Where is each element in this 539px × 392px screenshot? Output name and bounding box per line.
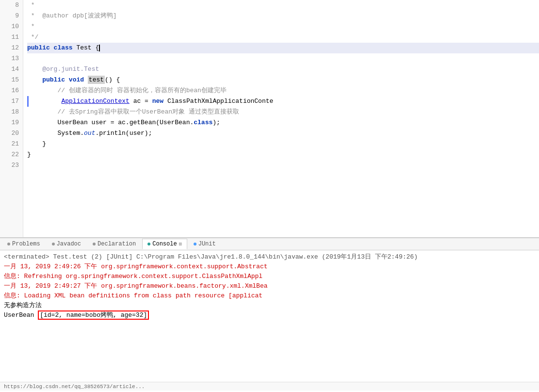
- console-output-line-1: 一月 13, 2019 2:49:26 下午 org.springframewo…: [4, 262, 535, 272]
- code-line-16: // 创建容器的同时 容器初始化，容器所有的bean创建完毕: [27, 85, 539, 96]
- tab-javadoc[interactable]: Javadoc: [47, 239, 86, 249]
- console-output-line-3: 一月 13, 2019 2:49:27 下午 org.springframewo…: [4, 281, 535, 291]
- line-num-11: 11: [0, 32, 23, 43]
- tab-console-label: Console: [152, 241, 177, 247]
- tab-declaration-label: Declaration: [98, 241, 136, 247]
- code-line-21: }: [27, 139, 539, 149]
- line-num-23: 23: [0, 160, 23, 171]
- tab-junit[interactable]: JUnit: [188, 239, 221, 249]
- tab-problems[interactable]: Problems: [2, 239, 46, 249]
- line-num-22: 22: [0, 149, 23, 160]
- console-output-line-6: UserBean [id=2, name=bobo烤鸭, age=32]: [4, 310, 535, 320]
- tab-javadoc-label: Javadoc: [57, 241, 81, 247]
- code-line-9: * @author dpb[波波烤鸭]: [27, 11, 539, 21]
- code-line-17: ApplicationContext ac = new ClassPathXml…: [27, 96, 539, 107]
- code-line-8: *: [27, 0, 539, 11]
- tab-problems-dot: [7, 243, 10, 245]
- tab-console[interactable]: Console ⊠: [142, 239, 187, 249]
- code-line-18: // 去Spring容器中获取一个UserBean对象 通过类型直接获取: [27, 107, 539, 117]
- tab-javadoc-dot: [52, 243, 55, 245]
- console-content: <terminated> Test.test (2) [JUnit] C:\Pr…: [0, 250, 539, 382]
- code-line-23: [27, 160, 539, 171]
- line-num-8: 8: [0, 0, 23, 11]
- line-num-17: 17: [0, 96, 23, 107]
- line-num-13: 13: [0, 53, 23, 64]
- url-text: https://blog.csdn.net/qq_38526573/articl…: [4, 384, 145, 390]
- bottom-panel: Problems Javadoc Declaration Console ⊠ J…: [0, 238, 539, 391]
- code-line-11: */: [27, 32, 539, 43]
- console-output-line-4: 信息: Loading XML bean definitions from cl…: [4, 291, 535, 301]
- tab-declaration-dot: [93, 243, 96, 245]
- line-num-16: 16: [0, 85, 23, 96]
- tab-console-dot: [147, 243, 150, 245]
- code-content[interactable]: * * @author dpb[波波烤鸭] * */ public class …: [23, 0, 539, 237]
- code-line-13: [27, 53, 539, 64]
- line-num-18: 18: [0, 107, 23, 117]
- line-num-15: 15: [0, 75, 23, 85]
- line-num-21: 21: [0, 139, 23, 149]
- line-num-9: 9: [0, 11, 23, 21]
- code-line-20: System.out.println(user);: [27, 128, 539, 139]
- code-line-19: UserBean user = ac.getBean(UserBean.clas…: [27, 117, 539, 128]
- line-num-10: 10: [0, 21, 23, 32]
- code-line-10: *: [27, 21, 539, 32]
- console-highlighted-result: [id=2, name=bobo烤鸭, age=32]: [38, 310, 149, 320]
- tab-console-icon: ⊠: [179, 241, 182, 247]
- code-editor: 8 9 10 11 12 13 14 15 16 17 18 19 20 21 …: [0, 0, 539, 238]
- console-output-line-5: 无参构造方法: [4, 301, 535, 310]
- tab-bar: Problems Javadoc Declaration Console ⊠ J…: [0, 238, 539, 250]
- tab-problems-label: Problems: [12, 241, 40, 247]
- tab-declaration[interactable]: Declaration: [87, 239, 141, 249]
- console-output-line-2: 信息: Refreshing org.springframework.conte…: [4, 272, 535, 281]
- code-line-12: public class Test {: [27, 43, 539, 53]
- line-num-14: 14: [0, 64, 23, 75]
- url-bar: https://blog.csdn.net/qq_38526573/articl…: [0, 382, 539, 391]
- line-num-20: 20: [0, 128, 23, 139]
- code-line-14: @org.junit.Test: [27, 64, 539, 75]
- line-num-19: 19: [0, 117, 23, 128]
- code-line-22: }: [27, 149, 539, 160]
- tab-junit-label: JUnit: [198, 241, 216, 247]
- line-num-12: 12: [0, 43, 23, 53]
- console-terminated-line: <terminated> Test.test (2) [JUnit] C:\Pr…: [4, 252, 535, 262]
- code-line-15: public void test() {: [27, 75, 539, 85]
- tab-junit-dot: [194, 243, 196, 245]
- line-numbers: 8 9 10 11 12 13 14 15 16 17 18 19 20 21 …: [0, 0, 23, 237]
- editor-scrollbar[interactable]: [0, 237, 539, 238]
